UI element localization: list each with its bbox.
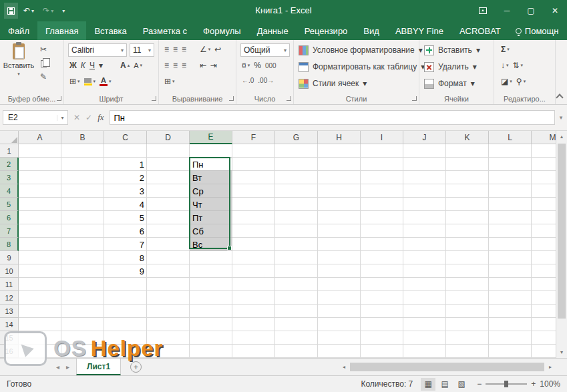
vertical-scrollbar[interactable]: ▴ ▾ <box>556 131 567 358</box>
row-header-11[interactable]: 11 <box>0 278 19 291</box>
column-header-M[interactable]: M <box>532 131 556 144</box>
column-header-I[interactable]: I <box>361 131 403 144</box>
row-header-3[interactable]: 3 <box>0 171 19 184</box>
save-button[interactable] <box>4 3 18 19</box>
row-header-13[interactable]: 13 <box>0 305 19 318</box>
undo-button[interactable]: ↶▾ <box>20 3 37 19</box>
close-button[interactable]: ✕ <box>543 0 567 21</box>
ribbon-tab-1[interactable]: Главная <box>37 21 86 40</box>
normal-view-button[interactable]: ▦ <box>421 378 435 391</box>
format-cells-button[interactable]: Формат ▾ <box>424 76 475 91</box>
page-layout-view-button[interactable]: ▤ <box>437 378 452 391</box>
column-header-E[interactable]: E <box>190 131 232 144</box>
fill-button[interactable]: ↓▾ <box>501 61 509 70</box>
column-header-K[interactable]: K <box>446 131 489 144</box>
ribbon-tab-7[interactable]: Вид <box>355 21 387 40</box>
ribbon-tab-6[interactable]: Рецензиро <box>297 21 356 40</box>
format-painter-button[interactable]: ✎ <box>40 72 47 81</box>
cell-C8[interactable]: 7 <box>104 238 147 251</box>
align-right-button[interactable]: ≡ <box>182 61 186 70</box>
increase-indent-button[interactable]: ⇥ <box>210 61 217 70</box>
scroll-right-button[interactable]: ▸ <box>546 361 555 373</box>
cell-C3[interactable]: 2 <box>104 171 147 184</box>
customize-qat-button[interactable]: ▾ <box>59 3 68 19</box>
align-top-button[interactable]: ≡ <box>164 45 169 54</box>
grow-font-button[interactable]: А▴ <box>120 61 130 70</box>
ribbon-display-options-button[interactable] <box>471 0 495 21</box>
increase-decimal-button[interactable]: ←.0 <box>242 77 254 84</box>
dialog-launcher-icon[interactable] <box>287 96 291 101</box>
cell-styles-button[interactable]: Стили ячеек ▾ <box>299 76 367 91</box>
ribbon-tab-8[interactable]: ABBYY Fine <box>387 21 451 40</box>
row-header-5[interactable]: 5 <box>0 198 19 211</box>
conditional-formatting-button[interactable]: Условное форматирование ▾ <box>299 43 423 57</box>
font-size-combobox[interactable]: 11▾ <box>130 43 154 57</box>
copy-button[interactable] <box>41 60 47 67</box>
ribbon-tab-3[interactable]: Разметка с <box>135 21 195 40</box>
row-header-14[interactable]: 14 <box>0 318 19 331</box>
cell-E3[interactable]: Вт <box>190 171 232 184</box>
column-header-B[interactable]: B <box>61 131 104 144</box>
dialog-launcher-icon[interactable] <box>412 96 417 101</box>
dialog-launcher-icon[interactable] <box>229 96 234 101</box>
percent-format-button[interactable]: % <box>254 61 261 70</box>
sort-filter-button[interactable]: ⇅▾ <box>513 61 524 70</box>
name-box[interactable]: E2 ▾ <box>3 110 68 125</box>
chevron-down-icon[interactable]: ▾ <box>57 115 67 121</box>
cell-E7[interactable]: Сб <box>190 224 232 238</box>
thousands-separator-button[interactable]: 000 <box>265 62 276 69</box>
decrease-decimal-button[interactable]: .00→ <box>258 77 274 84</box>
cell-C4[interactable]: 3 <box>104 184 147 198</box>
column-header-G[interactable]: G <box>275 131 318 144</box>
orientation-button[interactable]: ∠▾ <box>200 45 210 54</box>
autosum-button[interactable]: Σ▾ <box>501 45 510 54</box>
cell-E6[interactable]: Пт <box>190 211 232 224</box>
cell-C6[interactable]: 5 <box>104 211 147 224</box>
cell-C5[interactable]: 4 <box>104 198 147 211</box>
decrease-indent-button[interactable]: ⇤ <box>200 61 206 70</box>
align-center-button[interactable]: ≡ <box>173 61 178 70</box>
zoom-slider[interactable] <box>486 383 527 385</box>
cell-E8[interactable]: Вс <box>190 238 232 251</box>
column-header-H[interactable]: H <box>318 131 361 144</box>
format-as-table-button[interactable]: Форматировать как таблицу ▾ <box>299 59 425 74</box>
tell-me-button[interactable]: Помощн <box>509 21 566 40</box>
formula-input[interactable]: Пн <box>110 110 555 125</box>
row-header-6[interactable]: 6 <box>0 211 19 224</box>
font-name-combobox[interactable]: Calibri▾ <box>68 43 127 57</box>
zoom-in-button[interactable]: + <box>531 379 536 389</box>
horizontal-scroll-thumb[interactable] <box>350 363 544 371</box>
horizontal-scrollbar[interactable]: ◂ ▸ <box>339 361 555 373</box>
cancel-button[interactable]: ✕ <box>73 113 80 122</box>
cell-C2[interactable]: 1 <box>104 158 147 171</box>
column-header-L[interactable]: L <box>489 131 532 144</box>
column-header-C[interactable]: C <box>104 131 147 144</box>
expand-formula-bar-button[interactable]: ▾ <box>555 114 567 121</box>
fill-color-button[interactable]: ▾ <box>84 78 96 85</box>
paste-button[interactable]: Вставить ▾ <box>3 43 34 93</box>
dialog-launcher-icon[interactable] <box>57 96 61 101</box>
align-left-button[interactable]: ≡ <box>164 61 169 70</box>
tab-file[interactable]: Файл <box>0 21 37 40</box>
insert-function-button[interactable]: fx <box>98 112 104 123</box>
ribbon-tab-4[interactable]: Формулы <box>195 21 249 40</box>
scroll-left-button[interactable]: ◂ <box>339 361 349 373</box>
align-middle-button[interactable]: ≡ <box>173 45 178 54</box>
dialog-launcher-icon[interactable] <box>152 96 156 101</box>
find-select-button[interactable]: ⚲▾ <box>516 77 526 86</box>
row-header-2[interactable]: 2 <box>0 158 19 171</box>
vertical-scroll-thumb[interactable] <box>558 144 566 319</box>
collapse-ribbon-button[interactable] <box>556 93 563 101</box>
bold-button[interactable]: Ж <box>69 61 77 70</box>
redo-button[interactable]: ↷▾ <box>39 3 57 19</box>
wrap-text-button[interactable]: ↩ <box>214 45 221 54</box>
italic-button[interactable]: К <box>81 61 85 70</box>
merge-center-button[interactable]: ⊞▾ <box>164 77 175 86</box>
maximize-button[interactable]: ▢ <box>519 0 543 21</box>
enter-button[interactable]: ✓ <box>85 113 92 122</box>
cell-E4[interactable]: Ср <box>190 184 232 198</box>
cell-E2[interactable]: Пн <box>190 158 232 171</box>
row-header-9[interactable]: 9 <box>0 251 19 264</box>
ribbon-tab-9[interactable]: ACROBAT <box>451 21 509 40</box>
grid[interactable]: 123456789ПнВтСрЧтПтСбВсABCDEFGHIJKLM1234… <box>0 131 556 358</box>
